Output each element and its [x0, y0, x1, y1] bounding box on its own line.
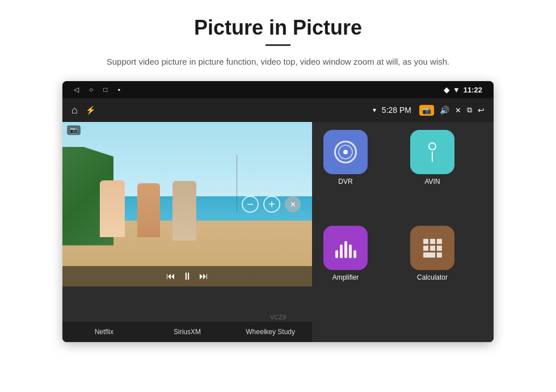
- person-3: [172, 181, 196, 241]
- page-wrapper: Picture in Picture Support video picture…: [0, 0, 556, 392]
- dvr-label: DVR: [338, 178, 352, 186]
- avin-label: AVIN: [424, 178, 440, 186]
- title-divider: [266, 44, 290, 46]
- status-bar-left: ◁ ○ □ ▪: [74, 86, 120, 94]
- home-circle-icon[interactable]: ○: [89, 86, 93, 94]
- person-1: [100, 180, 125, 237]
- amplifier-icon: [323, 226, 368, 270]
- avin-icon: [410, 130, 454, 174]
- pip-plus-button[interactable]: +: [263, 196, 280, 213]
- netflix-bottom-label: Netflix: [70, 328, 138, 336]
- pip-close-button[interactable]: ✕: [285, 196, 301, 212]
- recent-apps-icon[interactable]: ▪: [118, 86, 120, 94]
- nav-bar-right: ▾ 5:28 PM 📷 🔊 ✕ ⧉ ↩: [373, 105, 485, 116]
- play-pause-icon[interactable]: ⏸: [182, 271, 192, 283]
- nav-bar-left: ⌂ ⚡: [71, 104, 95, 116]
- calculator-icon: [410, 226, 454, 270]
- device-frame: ◁ ○ □ ▪ ◆ ▼ 11:22 ⌂ ⚡ ▾ 5:28 PM 📷 🔊: [62, 81, 494, 342]
- pip-nav-icon[interactable]: ⧉: [467, 106, 472, 115]
- skip-back-icon[interactable]: ⏮: [166, 271, 175, 281]
- status-bar: ◁ ○ □ ▪ ◆ ▼ 11:22: [62, 81, 494, 98]
- power-line: [237, 155, 237, 213]
- calculator-label: Calculator: [417, 273, 448, 281]
- nav-bar: ⌂ ⚡ ▾ 5:28 PM 📷 🔊 ✕ ⧉ ↩: [62, 98, 494, 122]
- usb-icon[interactable]: ⚡: [86, 106, 95, 115]
- signal-icon: ▼: [453, 86, 460, 94]
- status-time: 11:22: [464, 86, 482, 94]
- app-item-avin[interactable]: AVIN: [407, 130, 458, 218]
- wheelkey-bottom-label: Wheelkey Study: [237, 328, 305, 336]
- app-item-dvr[interactable]: DVR: [320, 130, 371, 218]
- wifi-nav-icon: ▾: [373, 106, 376, 114]
- skip-forward-icon[interactable]: ⏭: [199, 271, 208, 281]
- pip-minus-button[interactable]: −: [242, 196, 259, 213]
- siriusxm-bottom-label: SiriusXM: [153, 328, 221, 336]
- person-2: [137, 183, 160, 237]
- close-nav-icon[interactable]: ✕: [455, 106, 461, 115]
- status-bar-right: ◆ ▼ 11:22: [444, 86, 482, 94]
- app-item-calculator[interactable]: Calculator: [407, 226, 458, 314]
- pip-camera-badge: 📷: [67, 125, 81, 135]
- page-title: Picture in Picture: [194, 16, 362, 40]
- pip-size-controls: − + ✕: [242, 196, 301, 213]
- camera-nav-icon[interactable]: 📷: [419, 105, 434, 116]
- home-icon[interactable]: ⌂: [71, 104, 78, 116]
- dvr-icon: [323, 130, 368, 174]
- back-nav-icon[interactable]: ↩: [478, 106, 485, 115]
- recents-icon[interactable]: □: [103, 86, 107, 94]
- volume-icon[interactable]: 🔊: [440, 106, 449, 115]
- watermark: VCZ9: [270, 314, 286, 321]
- main-content: DVR AVIN: [62, 122, 494, 342]
- app-row-right: DVR AVIN: [312, 122, 494, 322]
- page-subtitle: Support video picture in picture functio…: [107, 55, 449, 69]
- bottom-app-labels: Netflix SiriusXM Wheelkey Study: [62, 322, 312, 342]
- amplifier-label: Amplifier: [332, 273, 359, 281]
- back-icon[interactable]: ◁: [74, 86, 79, 94]
- location-icon: ◆: [444, 86, 449, 94]
- pip-overlay[interactable]: 📷 − + ✕ ⏮ ⏸ ⏭: [62, 122, 312, 286]
- nav-time: 5:28 PM: [382, 106, 411, 115]
- app-item-amplifier[interactable]: Amplifier: [320, 226, 371, 314]
- video-playback-bar: ⏮ ⏸ ⏭: [62, 266, 312, 286]
